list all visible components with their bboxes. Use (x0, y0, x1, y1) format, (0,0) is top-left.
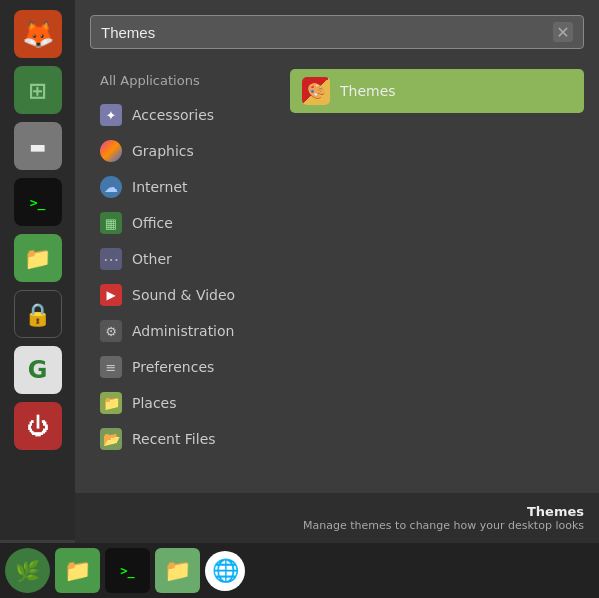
recent-files-label: Recent Files (132, 431, 216, 447)
nav-column: All Applications ✦ Accessories Graphics … (90, 69, 280, 456)
nav-item-administration[interactable]: ⚙ Administration (90, 314, 280, 348)
search-bar: ✕ (90, 15, 584, 49)
nav-item-internet[interactable]: ☁ Internet (90, 170, 280, 204)
nav-item-graphics[interactable]: Graphics (90, 134, 280, 168)
administration-icon: ⚙ (100, 320, 122, 342)
nav-item-office[interactable]: ▦ Office (90, 206, 280, 240)
all-apps-label[interactable]: All Applications (90, 69, 280, 96)
results-column: 🎨 Themes (280, 69, 584, 456)
nav-item-other[interactable]: ⋯ Other (90, 242, 280, 276)
taskbar-mint-button[interactable]: 🌿 (5, 548, 50, 593)
administration-label: Administration (132, 323, 234, 339)
sidebar-icon-firefox[interactable]: 🦊 (14, 10, 62, 58)
sound-video-icon: ▶ (100, 284, 122, 306)
content-columns: All Applications ✦ Accessories Graphics … (90, 69, 584, 456)
search-clear-button[interactable]: ✕ (553, 22, 573, 42)
status-description: Manage themes to change how your desktop… (303, 519, 584, 532)
left-sidebar: 🦊 ⊞ ▬ >_ 📁 🔒 G ⏻ (0, 0, 75, 540)
internet-icon: ☁ (100, 176, 122, 198)
taskbar-files2-icon[interactable]: 📁 (155, 548, 200, 593)
main-content: ✕ All Applications ✦ Accessories Graphic… (75, 0, 599, 543)
preferences-label: Preferences (132, 359, 214, 375)
places-icon: 📁 (100, 392, 122, 414)
accessories-icon: ✦ (100, 104, 122, 126)
sidebar-icon-keylock[interactable]: 🔒 (14, 290, 62, 338)
status-title: Themes (527, 504, 584, 519)
nav-item-preferences[interactable]: ≡ Preferences (90, 350, 280, 384)
taskbar-files-icon[interactable]: 📁 (55, 548, 100, 593)
places-label: Places (132, 395, 177, 411)
accessories-label: Accessories (132, 107, 214, 123)
taskbar-chrome-icon[interactable]: 🌐 (205, 551, 245, 591)
sidebar-icon-ui[interactable]: ▬ (14, 122, 62, 170)
recent-files-icon: 📂 (100, 428, 122, 450)
sidebar-icon-terminal[interactable]: >_ (14, 178, 62, 226)
internet-label: Internet (132, 179, 188, 195)
office-label: Office (132, 215, 173, 231)
sidebar-icon-power[interactable]: ⏻ (14, 402, 62, 450)
other-label: Other (132, 251, 172, 267)
nav-item-places[interactable]: 📁 Places (90, 386, 280, 420)
taskbar-terminal-icon[interactable]: >_ (105, 548, 150, 593)
other-icon: ⋯ (100, 248, 122, 270)
sidebar-icon-apps[interactable]: ⊞ (14, 66, 62, 114)
nav-item-accessories[interactable]: ✦ Accessories (90, 98, 280, 132)
sound-video-label: Sound & Video (132, 287, 235, 303)
nav-item-sound-video[interactable]: ▶ Sound & Video (90, 278, 280, 312)
themes-result-icon: 🎨 (302, 77, 330, 105)
search-input[interactable] (101, 24, 553, 41)
taskbar: 🌿 📁 >_ 📁 🌐 (0, 543, 599, 598)
result-item-themes[interactable]: 🎨 Themes (290, 69, 584, 113)
sidebar-icon-files[interactable]: 📁 (14, 234, 62, 282)
status-bar: Themes Manage themes to change how your … (75, 493, 599, 543)
sidebar-icon-gtype[interactable]: G (14, 346, 62, 394)
graphics-icon (100, 140, 122, 162)
themes-result-label: Themes (340, 83, 396, 99)
nav-item-recent-files[interactable]: 📂 Recent Files (90, 422, 280, 456)
graphics-label: Graphics (132, 143, 194, 159)
office-icon: ▦ (100, 212, 122, 234)
preferences-icon: ≡ (100, 356, 122, 378)
